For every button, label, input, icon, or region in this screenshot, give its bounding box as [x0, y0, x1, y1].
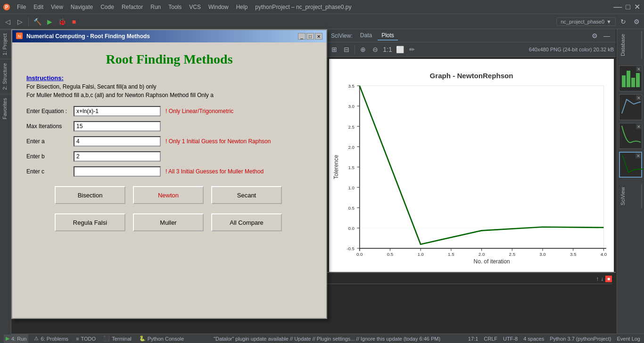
sciview-tab-data[interactable]: Data — [356, 31, 376, 41]
thumb-curvechart[interactable]: ✕ — [619, 123, 642, 149]
regula-falsi-button[interactable]: Regula Falsi — [55, 213, 125, 231]
sciview-pencil-btn[interactable]: ✏ — [407, 44, 417, 55]
sciview-zoom-reset-btn[interactable]: 1:1 — [382, 44, 393, 55]
muller-button[interactable]: Muller — [133, 213, 204, 231]
thumb-close-3[interactable]: ✕ — [636, 124, 641, 129]
thumb-linechart-1[interactable]: ✕ — [619, 94, 642, 120]
newton-button[interactable]: Newton — [133, 186, 204, 204]
sciview-zoom-in-btn[interactable]: ⊕ — [358, 44, 368, 55]
sciview-zoom-out-btn[interactable]: ⊖ — [370, 44, 380, 55]
app-titlebar-buttons: _ □ ✕ — [298, 33, 322, 40]
enter-b-row: Enter b — [26, 151, 312, 162]
enter-b-label: Enter b — [26, 153, 74, 160]
svg-text:0.5: 0.5 — [348, 205, 354, 211]
todo-status-tab[interactable]: ≡ TODO — [74, 334, 98, 343]
menu-code[interactable]: Code — [97, 0, 118, 14]
svg-text:1.5: 1.5 — [448, 252, 454, 257]
enter-a-input[interactable] — [74, 136, 161, 147]
app-icon: N — [16, 33, 24, 40]
app-close-btn[interactable]: ✕ — [315, 33, 322, 40]
menu-file[interactable]: File — [13, 0, 30, 14]
max-iter-input[interactable] — [74, 121, 161, 131]
all-compare-button[interactable]: All Compare — [211, 213, 282, 231]
maximize-btn[interactable]: □ — [626, 3, 630, 11]
ide-topbar-right: — □ ✕ — [613, 2, 644, 12]
enter-c-input[interactable] — [74, 166, 161, 177]
svg-text:0.5: 0.5 — [387, 252, 393, 257]
toolbar-forward-btn[interactable]: ▷ — [14, 16, 25, 27]
menu-run[interactable]: Run — [147, 0, 165, 14]
run-config-selector[interactable]: nc_project_phase0 ▼ — [556, 17, 616, 26]
problems-status-tab[interactable]: ⚠ 6: Problems — [32, 334, 70, 343]
output-up-btn[interactable]: ↑ — [596, 276, 599, 282]
secant-button[interactable]: Secant — [211, 186, 282, 204]
enter-b-input[interactable] — [74, 151, 161, 162]
buttons-row-1: Bisection Newton Secant — [26, 186, 312, 204]
run-config-dropdown-icon: ▼ — [606, 19, 611, 24]
sciview-grid-btn[interactable]: ⊞ — [329, 44, 339, 55]
sciview-tabs: Data Plots — [356, 31, 398, 41]
menu-view[interactable]: View — [47, 0, 67, 14]
graph-svg: Graph - NewtonRephson Tolerence No. of i… — [329, 59, 614, 275]
bisection-button[interactable]: Bisection — [55, 186, 125, 204]
sciview-close-btn[interactable]: — — [602, 31, 612, 41]
sidebar-favorites-tab[interactable]: Favorites — [0, 94, 11, 123]
stop-run-btn[interactable]: ■ — [605, 276, 612, 282]
svg-text:0.0: 0.0 — [348, 226, 355, 231]
svg-rect-50 — [360, 86, 604, 248]
database-tab[interactable]: Database — [619, 31, 642, 59]
menu-navigate[interactable]: Navigate — [67, 0, 97, 14]
thumb-close-4[interactable]: ✕ — [636, 153, 641, 158]
svg-text:2.5: 2.5 — [348, 124, 354, 130]
python-console-status-tab[interactable]: 🐍 Python Console — [137, 334, 186, 343]
thumb-close-2[interactable]: ✕ — [636, 95, 641, 100]
svg-text:3.0: 3.0 — [539, 252, 546, 257]
app-minimize-btn[interactable]: _ — [298, 33, 305, 40]
toolbar-refresh-btn[interactable]: ↻ — [618, 16, 629, 27]
event-log-btn[interactable]: Event Log — [617, 336, 640, 342]
svg-text:P: P — [5, 5, 8, 10]
menu-refactor[interactable]: Refactor — [118, 0, 147, 14]
toolbar-run-btn[interactable]: ▶ — [44, 16, 55, 27]
toolbar-settings-btn[interactable]: ⚙ — [631, 16, 642, 27]
sidebar-structure-tab[interactable]: 2: Structure — [0, 59, 11, 94]
line-ending: CRLF — [484, 336, 497, 342]
menu-vcs[interactable]: VCS — [185, 0, 205, 14]
sciview-tab-plots[interactable]: Plots — [378, 31, 398, 41]
equation-input[interactable] — [74, 106, 161, 116]
sciview-image-info-text: 640x480 PNG (24-bit color) 20.32 kB — [529, 47, 614, 52]
menu-tools[interactable]: Tools — [165, 0, 185, 14]
sidebar-project-tab[interactable]: 1: Project — [0, 29, 11, 59]
problems-status-icon: ⚠ — [34, 335, 39, 342]
close-btn[interactable]: ✕ — [634, 2, 640, 11]
run-status-tab[interactable]: ▶ 4: Run — [4, 334, 28, 343]
svg-text:1.0: 1.0 — [348, 185, 355, 190]
sciview-side-tab[interactable]: SciView — [619, 184, 642, 208]
app-maximize-btn[interactable]: □ — [306, 33, 314, 40]
thumb-barchart[interactable]: ✕ — [619, 65, 642, 91]
sciview-settings-btn[interactable]: ⚙ — [589, 31, 600, 41]
sciview-fit-btn[interactable]: ⬜ — [395, 44, 405, 55]
output-down-btn[interactable]: ↓ — [601, 276, 603, 282]
menu-window[interactable]: Window — [205, 0, 232, 14]
terminal-status-tab[interactable]: ⬛ Terminal — [101, 334, 133, 343]
ide-title: pythonProject – nc_project_phase0.py — [255, 4, 351, 10]
thumb-close-1[interactable]: ✕ — [636, 66, 641, 72]
svg-text:3.5: 3.5 — [348, 83, 354, 89]
toolbar-back-btn[interactable]: ◁ — [2, 16, 13, 27]
run-config-label: nc_project_phase0 — [561, 19, 604, 24]
max-iterations-row: Max Iterations — [26, 121, 312, 131]
problems-status-label: 6: Problems — [41, 336, 68, 342]
menu-edit[interactable]: Edit — [30, 0, 47, 14]
toolbar-stop-btn[interactable]: ■ — [68, 16, 80, 27]
minimize-btn[interactable]: — — [613, 2, 622, 12]
svg-text:3.0: 3.0 — [348, 104, 355, 109]
svg-text:1.5: 1.5 — [348, 165, 354, 170]
toolbar-debug-btn[interactable]: 🐞 — [56, 16, 67, 27]
sciview-table-btn[interactable]: ⊟ — [341, 44, 352, 55]
svg-text:2.5: 2.5 — [509, 252, 515, 257]
ide-toolbar: ◁ ▷ 🔨 ▶ 🐞 ■ nc_project_phase0 ▼ ↻ ⚙ — [0, 14, 644, 29]
menu-help[interactable]: Help — [232, 0, 252, 14]
thumb-newton-graph[interactable]: ✕ — [619, 152, 642, 178]
toolbar-build-btn[interactable]: 🔨 — [32, 16, 43, 27]
